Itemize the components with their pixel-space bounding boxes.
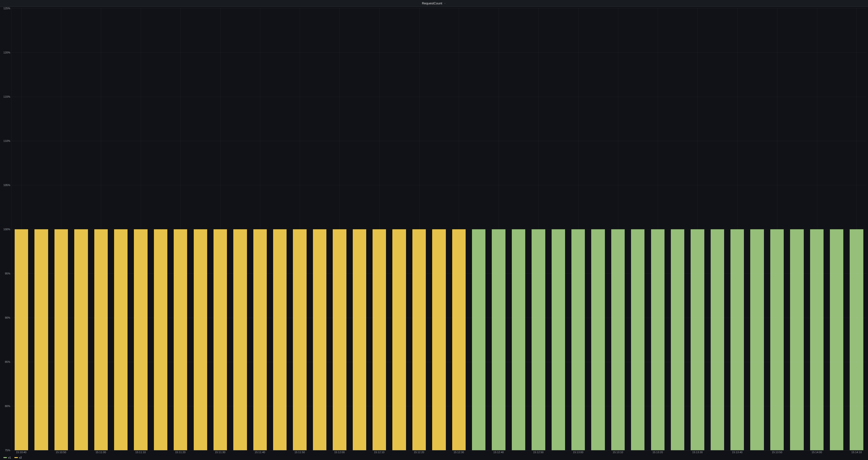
bar-v1[interactable] (671, 229, 684, 450)
y-tick-label: 75% (5, 449, 10, 452)
bar-v2[interactable] (233, 229, 247, 450)
grid-line-v (419, 8, 420, 450)
bar-v2[interactable] (392, 229, 406, 450)
x-tick-label: 15:12:50 (533, 451, 544, 454)
grid-line-v (22, 8, 22, 450)
y-tick-label: 105% (3, 184, 10, 187)
plot: 75%80%85%90%95%100%105%110%115%120%125% (1, 8, 867, 450)
x-tick-label: 15:14:10 (851, 451, 862, 454)
grid-line-h (11, 229, 867, 230)
grid-line-v (538, 8, 539, 450)
grid-line-v (698, 8, 698, 450)
x-tick-label: 15:13:00 (573, 451, 583, 454)
bar-v1[interactable] (552, 229, 565, 450)
bar-v2[interactable] (74, 229, 88, 450)
x-tick-label: 15:11:30 (215, 451, 225, 454)
bar-v2[interactable] (313, 229, 327, 450)
x-tick-label: 15:12:10 (374, 451, 384, 454)
chart-panel: RequestCount 75%80%85%90%95%100%105%110%… (0, 0, 868, 460)
bar-v2[interactable] (154, 229, 167, 450)
y-tick-label: 100% (3, 228, 10, 231)
grid-line-h (11, 273, 867, 274)
x-tick-label: 15:11:00 (95, 451, 106, 454)
grid-line-v (737, 8, 738, 450)
y-tick-label: 95% (5, 272, 10, 275)
legend-item-v2[interactable]: v2 (14, 456, 22, 459)
bar-v1[interactable] (750, 229, 764, 450)
y-axis: 75%80%85%90%95%100%105%110%115%120%125% (1, 8, 11, 450)
x-tick-label: 15:13:50 (772, 451, 782, 454)
x-tick-label: 15:12:20 (414, 451, 424, 454)
x-tick-label: 15:11:10 (135, 451, 146, 454)
legend-item-v1[interactable]: v1 (3, 456, 11, 459)
x-tick-label: 15:13:20 (653, 451, 663, 454)
grid-line-h (11, 318, 867, 318)
chevron-down-icon (444, 2, 446, 5)
bar-v1[interactable] (472, 229, 486, 450)
y-tick-label: 85% (5, 360, 10, 363)
x-axis: 15:10:4015:10:5015:11:0015:11:1015:11:20… (11, 450, 867, 455)
bar-v2[interactable] (353, 229, 366, 450)
grid-line-v (618, 8, 618, 450)
bar-v1[interactable] (711, 229, 724, 450)
x-tick-label: 15:12:30 (454, 451, 464, 454)
grid-line-v (857, 8, 857, 450)
y-tick-label: 110% (3, 139, 10, 142)
chart-area: 75%80%85%90%95%100%105%110%115%120%125% … (0, 7, 868, 460)
legend-swatch (3, 457, 7, 458)
legend: v1v2 (1, 455, 867, 460)
x-tick-label: 15:13:10 (613, 451, 623, 454)
grid-line-h (11, 141, 867, 141)
bar-v2[interactable] (34, 229, 48, 450)
bar-v1[interactable] (512, 229, 525, 450)
y-tick-label: 115% (3, 95, 10, 98)
grid-line-v (181, 8, 181, 450)
grid-line-v (260, 8, 260, 450)
y-tick-label: 120% (3, 51, 10, 54)
grid-line-v (817, 8, 817, 450)
bar-v2[interactable] (114, 229, 127, 450)
grid-line-v (61, 8, 61, 450)
y-tick-label: 80% (5, 404, 10, 407)
grid-line-v (379, 8, 380, 450)
panel-header[interactable]: RequestCount (0, 0, 868, 7)
x-tick-label: 15:12:00 (334, 451, 345, 454)
bar-v1[interactable] (591, 229, 604, 450)
grid-line-v (777, 8, 777, 450)
grid-line-h (11, 97, 867, 97)
bar-v2[interactable] (432, 229, 445, 450)
bar-v2[interactable] (273, 229, 286, 450)
grid-line-v (578, 8, 579, 450)
grid-line-v (220, 8, 221, 450)
x-tick-label: 15:11:20 (175, 451, 186, 454)
bar-v1[interactable] (830, 229, 843, 450)
bar-v1[interactable] (631, 229, 645, 450)
bar-v2[interactable] (194, 229, 207, 450)
x-tick-label: 15:13:40 (732, 451, 742, 454)
y-tick-label: 90% (5, 316, 10, 319)
plot-inner[interactable] (11, 8, 867, 450)
y-tick-label: 125% (3, 7, 10, 10)
x-tick-label: 15:12:40 (493, 451, 504, 454)
grid-line-v (340, 8, 340, 450)
x-tick-label: 15:10:50 (56, 451, 66, 454)
x-tick-label: 15:14:00 (812, 451, 822, 454)
x-tick-label: 15:11:50 (294, 451, 305, 454)
legend-swatch (14, 457, 18, 458)
grid-line-v (101, 8, 101, 450)
x-tick-label: 15:11:40 (254, 451, 265, 454)
x-tick-label: 15:10:40 (16, 451, 26, 454)
panel-title: RequestCount (422, 1, 442, 5)
x-tick-label: 15:13:30 (692, 451, 703, 454)
bar-v1[interactable] (790, 229, 804, 450)
legend-label: v2 (19, 456, 22, 459)
legend-label: v1 (8, 456, 11, 459)
grid-line-h (11, 53, 867, 53)
